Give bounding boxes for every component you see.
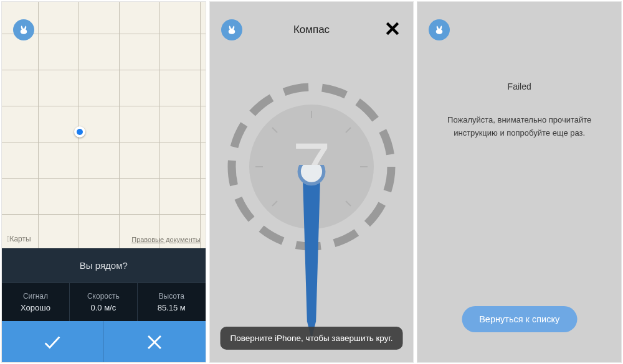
stats-row: Сигнал Хорошо Скорость 0.0 м/с Высота 85… xyxy=(2,282,206,321)
map-screen: Карты Правовые документы Вы рядом? Сигн… xyxy=(1,1,206,363)
menu-button[interactable] xyxy=(13,19,34,40)
cross-icon xyxy=(144,332,165,353)
screen-title: Компас xyxy=(293,24,330,36)
current-location-marker xyxy=(74,126,85,138)
prompt-bar: Вы рядом? xyxy=(2,248,206,282)
close-icon xyxy=(384,21,401,37)
svg-point-15 xyxy=(299,165,323,184)
stat-signal: Сигнал Хорошо xyxy=(2,282,70,321)
accept-button[interactable] xyxy=(2,321,104,363)
header: Компас xyxy=(210,2,414,45)
svg-marker-14 xyxy=(303,165,321,339)
bunny-icon xyxy=(18,24,29,35)
return-to-list-button[interactable]: Вернуться к списку xyxy=(462,306,577,332)
failed-screen: Failed Пожалуйста, внимательно прочитайт… xyxy=(417,1,622,363)
check-icon xyxy=(42,332,63,353)
map-area[interactable]: Карты Правовые документы xyxy=(2,2,206,248)
status-text: Failed xyxy=(417,82,621,91)
failed-content: Failed Пожалуйста, внимательно прочитайт… xyxy=(417,2,621,140)
map-attribution: Карты xyxy=(7,235,31,243)
failed-message: Пожалуйста, внимательно прочитайте инстр… xyxy=(417,114,621,140)
compass-needle xyxy=(224,165,399,339)
compass-dial: 7 xyxy=(224,80,399,254)
close-button[interactable] xyxy=(383,19,402,38)
action-row xyxy=(2,321,206,363)
reject-button[interactable] xyxy=(104,321,206,363)
stat-speed: Скорость 0.0 м/с xyxy=(70,282,138,321)
legal-link[interactable]: Правовые документы xyxy=(131,236,200,243)
prompt-text: Вы рядом? xyxy=(80,260,128,271)
instruction-tooltip: Поверните iPhone, чтобы завершить круг. xyxy=(221,327,403,350)
stat-altitude: Высота 85.15 м xyxy=(138,282,206,321)
compass-screen: Компас 7 Поверните iPhone, что xyxy=(209,1,414,363)
bunny-icon xyxy=(434,24,445,35)
map-grid xyxy=(2,2,206,248)
